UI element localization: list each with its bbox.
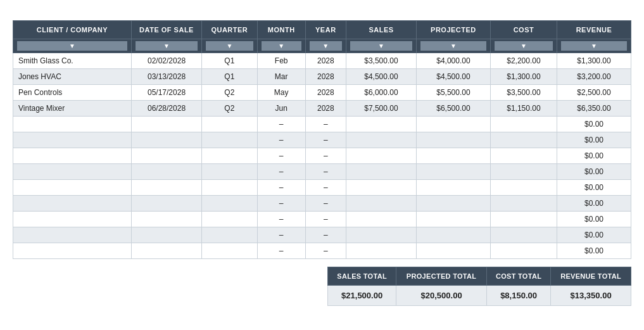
filter-sales[interactable]: ▼ [350,41,412,51]
empty-row: ––$0.00 [13,227,631,243]
header-year: YEAR [305,21,346,39]
header-date: DATE OF SALE [132,21,202,39]
totals-value: $20,500.00 [396,286,487,306]
totals-table: SALES TOTALPROJECTED TOTALCOST TOTALREVE… [327,267,631,306]
empty-row: ––$0.00 [13,180,631,196]
filter-year[interactable]: ▼ [310,41,342,51]
header-row: CLIENT / COMPANY DATE OF SALE QUARTER MO… [13,21,631,39]
filter-cost[interactable]: ▼ [495,41,553,51]
totals-value: $13,350.00 [551,286,631,306]
empty-row: ––$0.00 [13,164,631,180]
totals-header-row: SALES TOTALPROJECTED TOTALCOST TOTALREVE… [328,267,631,286]
totals-header: PROJECTED TOTAL [396,267,487,286]
empty-row: ––$0.00 [13,243,631,259]
filter-client[interactable]: ▼ [17,41,127,51]
filter-projected[interactable]: ▼ [420,41,486,51]
empty-row: ––$0.00 [13,196,631,212]
totals-section: SALES TOTALPROJECTED TOTALCOST TOTALREVE… [13,267,631,306]
table-row: Smith Glass Co.02/02/2028Q1Feb2028$3,500… [13,53,631,69]
header-month: MONTH [257,21,305,39]
totals-value: $21,500.00 [328,286,396,306]
empty-row: ––$0.00 [13,148,631,164]
header-client: CLIENT / COMPANY [13,21,132,39]
totals-value: $8,150.00 [486,286,550,306]
table-row: Vintage Mixer06/28/2028Q2Jun2028$7,500.0… [13,101,631,117]
filter-quarter[interactable]: ▼ [206,41,253,51]
header-quarter: QUARTER [202,21,258,39]
totals-header: SALES TOTAL [328,267,396,286]
empty-row: ––$0.00 [13,132,631,148]
header-sales: SALES [346,21,416,39]
filter-revenue[interactable]: ▼ [561,41,627,51]
filter-month[interactable]: ▼ [262,41,301,51]
header-projected: PROJECTED [416,21,490,39]
totals-value-row: $21,500.00$20,500.00$8,150.00$13,350.00 [328,286,631,306]
totals-header: COST TOTAL [486,267,550,286]
header-cost: COST [490,21,557,39]
sales-table: CLIENT / COMPANY DATE OF SALE QUARTER MO… [13,20,631,259]
table-row: Jones HVAC03/13/2028Q1Mar2028$4,500.00$4… [13,69,631,85]
filter-row: ▼ ▼ ▼ ▼ ▼ ▼ ▼ ▼ ▼ [13,39,631,53]
totals-header: REVENUE TOTAL [551,267,631,286]
empty-row: ––$0.00 [13,212,631,227]
empty-row: ––$0.00 [13,117,631,132]
filter-date[interactable]: ▼ [136,41,198,51]
header-revenue: REVENUE [557,21,631,39]
table-row: Pen Controls05/17/2028Q2May2028$6,000.00… [13,85,631,101]
